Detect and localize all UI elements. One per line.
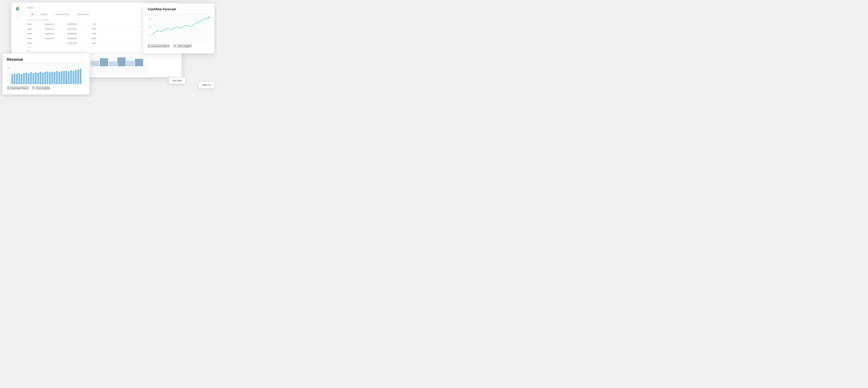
svg-rect-33	[54, 72, 56, 84]
customer-name: Customer A	[44, 23, 57, 25]
cashflow-window: Cashflow Forecast 300 200 100 ⬇ Download…	[144, 4, 214, 53]
revenue-y-axis: 300 200 100	[8, 64, 10, 84]
svg-rect-29	[44, 72, 46, 84]
order-amount: 120	[90, 23, 96, 25]
cashflow-chart-area: 300 200 100	[148, 13, 210, 40]
order-type: Order	[27, 23, 34, 25]
revenue-chart-area: 300 200 100	[7, 64, 85, 85]
order-date: 01/02/2024	[67, 23, 79, 25]
arr-bar	[118, 57, 126, 66]
arr-bar	[91, 61, 99, 66]
arr-bar	[100, 58, 108, 66]
download-report-revenue-btn[interactable]: ⬇ Download Report	[7, 86, 29, 90]
customer-name: Customer D	[44, 37, 57, 39]
svg-rect-21	[26, 72, 27, 84]
order-type: Order	[27, 28, 34, 30]
order-amount: 2500	[90, 42, 96, 44]
svg-rect-30	[46, 71, 49, 84]
arr-bar	[108, 61, 117, 66]
svg-rect-20	[23, 73, 25, 84]
tab-all[interactable]: All	[27, 12, 37, 17]
y-label-100: 100	[8, 80, 10, 81]
svg-point-11	[208, 17, 210, 18]
order-amount: 540	[90, 33, 96, 35]
breadcrumb-orders[interactable]: Orders	[27, 6, 34, 9]
svg-rect-43	[77, 70, 79, 84]
svg-rect-41	[73, 71, 74, 84]
arr-chart	[91, 57, 144, 67]
svg-rect-28	[42, 72, 44, 84]
svg-rect-32	[51, 71, 53, 84]
arr-card: ARR	[88, 52, 146, 74]
arr-bar	[126, 61, 134, 66]
svg-rect-37	[63, 71, 65, 84]
ifrs-chip[interactable]: IFRS 15	[199, 82, 214, 88]
svg-rect-42	[75, 70, 77, 84]
svg-rect-34	[56, 71, 58, 84]
download-icon-revenue: ⬇	[7, 87, 9, 89]
customer-name: Customer C	[44, 33, 57, 35]
svg-rect-23	[30, 72, 32, 84]
svg-rect-15	[11, 74, 13, 84]
arr-bar	[135, 59, 143, 66]
revenue-actions: ⬇ Download Report 👁 View Insights	[7, 86, 85, 90]
y-label-300: 300	[8, 67, 10, 68]
cashflow-title: Cashflow Forecast	[148, 7, 210, 11]
svg-rect-19	[21, 74, 23, 84]
order-amount: 2100	[90, 28, 96, 30]
arr-label: ARR	[91, 54, 144, 56]
svg-rect-39	[68, 71, 70, 84]
app-logo	[14, 6, 21, 12]
eye-icon-cashflow: 👁	[174, 44, 176, 47]
order-type: Order	[27, 42, 34, 44]
svg-rect-40	[70, 70, 72, 84]
svg-rect-44	[80, 68, 82, 84]
asc-chip[interactable]: ASC 606	[169, 78, 185, 84]
breadcrumb-separator: ›	[35, 7, 35, 9]
view-insights-cashflow-btn[interactable]: 👁 View Insights	[174, 44, 191, 48]
order-type: Order	[27, 37, 34, 39]
order-date: 01/11/2024	[67, 28, 79, 30]
eye-icon-revenue: 👁	[32, 87, 35, 89]
order-amount: 3800	[90, 37, 96, 39]
svg-rect-31	[49, 72, 51, 84]
revenue-bar-svg	[11, 64, 85, 85]
order-date: 01/25/2024	[67, 42, 79, 44]
asc-chip-container: ASC 606	[169, 78, 185, 84]
tab-billable[interactable]: Billable	[37, 12, 51, 16]
tab-for-renewal[interactable]: For Renewal	[74, 12, 93, 16]
cashflow-actions: ⬇ Download Report 👁 View Insights	[148, 42, 210, 48]
svg-rect-22	[28, 73, 30, 84]
svg-rect-18	[19, 73, 20, 84]
order-type: Order	[27, 33, 34, 35]
y-label-200: 200	[8, 73, 10, 74]
svg-rect-17	[16, 74, 18, 84]
order-date: 01/21/2024	[67, 37, 79, 39]
order-date: 01/16/2024	[67, 33, 79, 35]
customer-name: Customer B	[44, 28, 57, 30]
svg-rect-38	[66, 71, 67, 84]
view-insights-revenue-btn[interactable]: 👁 View Insights	[32, 86, 50, 90]
svg-rect-27	[40, 72, 41, 84]
svg-rect-35	[58, 72, 60, 84]
svg-rect-16	[13, 73, 16, 84]
svg-rect-25	[35, 72, 37, 84]
revenue-title: Revenue	[7, 57, 85, 62]
svg-rect-26	[37, 73, 39, 84]
download-icon-cashflow: ⬇	[148, 44, 150, 47]
revenue-window: Revenue 300 200 100	[3, 54, 89, 94]
sidebar-collapse-btn[interactable]: «	[17, 15, 18, 18]
download-report-cashflow-btn[interactable]: ⬇ Download Report	[148, 44, 169, 48]
svg-rect-24	[33, 73, 34, 84]
svg-rect-36	[61, 71, 63, 84]
tab-current-future[interactable]: Current & Future	[52, 12, 74, 16]
cashflow-line-svg	[152, 14, 210, 40]
standards-chips-area: IFRS 15	[199, 82, 214, 88]
